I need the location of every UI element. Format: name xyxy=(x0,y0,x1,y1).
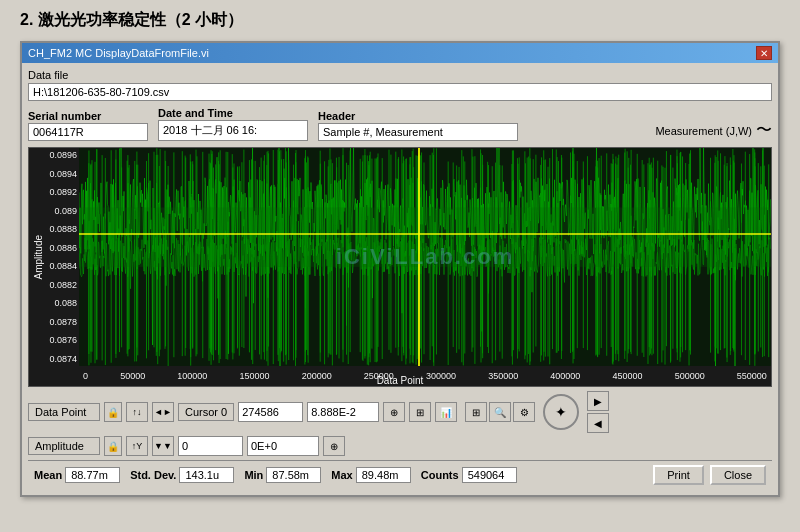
stddev-stat: Std. Dev. 143.1u xyxy=(130,467,234,483)
cursor-0-label: Cursor 0 xyxy=(178,403,234,421)
data-file-path: H:\181206-635-80-7109.csv xyxy=(28,83,772,101)
mean-line xyxy=(79,233,771,235)
chart-svg-area: iCiViLLab.com xyxy=(79,148,771,366)
compass-button[interactable]: ✦ xyxy=(543,394,579,430)
cursor-value-input[interactable] xyxy=(238,402,303,422)
max-label: Max xyxy=(331,469,352,481)
min-stat: Min 87.58m xyxy=(244,467,321,483)
print-button[interactable]: Print xyxy=(653,465,704,485)
header-group: Header Sample #, Measurement xyxy=(318,110,518,141)
serial-number-group: Serial number 0064117R xyxy=(28,110,148,141)
icon-btn-2[interactable]: 📊 xyxy=(435,402,457,422)
data-point-btn2[interactable]: ↑↓ xyxy=(126,402,148,422)
window-title: CH_FM2 MC DisplayDataFromFile.vi xyxy=(28,47,209,59)
scroll-right-btn[interactable]: ▶ xyxy=(587,391,609,411)
cross-btn-2[interactable]: ⊕ xyxy=(323,436,345,456)
mean-stat: Mean 88.77m xyxy=(34,467,120,483)
amplitude-btn2[interactable]: ↑Y xyxy=(126,436,148,456)
amplitude-btn3[interactable]: ▼▼ xyxy=(152,436,174,456)
side-buttons-top: ⊞ 🔍 ⚙ xyxy=(465,402,535,422)
nav-buttons: ▶ ◀ xyxy=(587,391,609,433)
header-input: Sample #, Measurement xyxy=(318,123,518,141)
icon-btn-1[interactable]: ⊞ xyxy=(409,402,431,422)
counts-value: 549064 xyxy=(462,467,517,483)
title-bar: CH_FM2 MC DisplayDataFromFile.vi ✕ xyxy=(22,43,778,63)
date-time-input: 2018 十二月 06 16: xyxy=(158,120,308,141)
stats-row: Mean 88.77m Std. Dev. 143.1u Min 87.58m … xyxy=(28,460,772,489)
mean-label: Mean xyxy=(34,469,62,481)
close-button[interactable]: Close xyxy=(710,465,766,485)
date-time-label: Date and Time xyxy=(158,107,308,119)
min-label: Min xyxy=(244,469,263,481)
controls-row-1: Data Point 🔒 ↑↓ ◄► Cursor 0 ⊕ ⊞ 📊 ⊞ 🔍 ⚙ … xyxy=(28,391,772,433)
chart-container: 0.0896 0.0894 0.0892 0.089 0.0888 0.0886… xyxy=(28,147,772,387)
data-point-lock-btn[interactable]: 🔒 xyxy=(104,402,122,422)
measurement-label-group: Measurement (J,W) 〜 xyxy=(655,120,772,141)
cross-btn-1[interactable]: ⊕ xyxy=(383,402,405,422)
cursor-line xyxy=(418,148,420,366)
cursor-reading-input[interactable] xyxy=(307,402,379,422)
controls-row-2: Amplitude 🔒 ↑Y ▼▼ ⊕ xyxy=(28,436,772,456)
max-value: 89.48m xyxy=(356,467,411,483)
fields-row: Serial number 0064117R Date and Time 201… xyxy=(28,107,772,141)
main-window: CH_FM2 MC DisplayDataFromFile.vi ✕ Data … xyxy=(20,41,780,497)
waveform-icon: 〜 xyxy=(756,120,772,141)
measurement-text: Measurement (J,W) xyxy=(655,125,752,137)
min-value: 87.58m xyxy=(266,467,321,483)
amplitude-val2-input[interactable] xyxy=(247,436,319,456)
header-label: Header xyxy=(318,110,518,122)
serial-number-label: Serial number xyxy=(28,110,148,122)
max-stat: Max 89.48m xyxy=(331,467,410,483)
y-axis-label: Amplitude xyxy=(33,235,44,279)
mean-value: 88.77m xyxy=(65,467,120,483)
data-file-label: Data file xyxy=(28,69,772,81)
action-buttons: Print Close xyxy=(653,465,766,485)
stddev-value: 143.1u xyxy=(179,467,234,483)
date-time-group: Date and Time 2018 十二月 06 16: xyxy=(158,107,308,141)
zoom-btn[interactable]: 🔍 xyxy=(489,402,511,422)
stddev-label: Std. Dev. xyxy=(130,469,176,481)
options-btn[interactable]: ⚙ xyxy=(513,402,535,422)
amplitude-lock-btn[interactable]: 🔒 xyxy=(104,436,122,456)
counts-label: Counts xyxy=(421,469,459,481)
x-axis-title: Data Point xyxy=(29,375,771,386)
data-point-btn3[interactable]: ◄► xyxy=(152,402,174,422)
serial-number-input: 0064117R xyxy=(28,123,148,141)
zoom-fit-btn[interactable]: ⊞ xyxy=(465,402,487,422)
scroll-left-btn[interactable]: ◀ xyxy=(587,413,609,433)
window-close-button[interactable]: ✕ xyxy=(756,46,772,60)
window-body: Data file H:\181206-635-80-7109.csv Seri… xyxy=(22,63,778,495)
amplitude-label: Amplitude xyxy=(28,437,100,455)
counts-stat: Counts 549064 xyxy=(421,467,517,483)
page-title: 2. 激光光功率稳定性（2 小时） xyxy=(20,10,780,31)
amplitude-val1-input[interactable] xyxy=(178,436,243,456)
data-point-label: Data Point xyxy=(28,403,100,421)
chart-canvas xyxy=(79,148,771,366)
